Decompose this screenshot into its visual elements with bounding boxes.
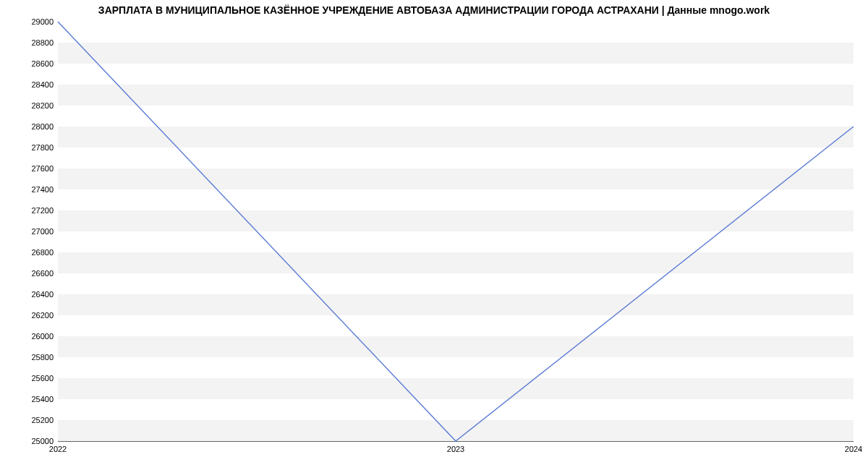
- y-tick-label: 25600: [31, 374, 54, 383]
- y-tick-label: 25200: [31, 416, 54, 424]
- y-tick-label: 26400: [31, 290, 54, 299]
- line-series: [58, 22, 854, 441]
- chart-title: ЗАРПЛАТА В МУНИЦИПАЛЬНОЕ КАЗЁННОЕ УЧРЕЖД…: [0, 0, 868, 16]
- y-tick-label: 26000: [31, 332, 54, 341]
- y-tick-label: 26600: [31, 269, 54, 278]
- y-tick-label: 28000: [31, 122, 54, 131]
- y-tick-label: 28600: [31, 59, 54, 68]
- y-tick-label: 26200: [31, 311, 54, 320]
- y-tick-label: 25800: [31, 353, 54, 362]
- y-tick-label: 27400: [31, 185, 54, 194]
- y-tick-label: 27200: [31, 206, 54, 215]
- y-tick-label: 28800: [31, 38, 54, 47]
- y-tick-label: 27000: [31, 227, 54, 236]
- y-tick-label: 27600: [31, 164, 54, 173]
- x-tick-label: 2023: [447, 445, 464, 453]
- y-tick-label: 28400: [31, 80, 54, 89]
- y-tick-label: 27800: [31, 143, 54, 152]
- x-tick-label: 2024: [845, 445, 862, 453]
- y-tick-label: 26800: [31, 248, 54, 257]
- x-tick-label: 2022: [49, 445, 67, 453]
- y-tick-label: 29000: [31, 17, 54, 26]
- y-tick-label: 25400: [31, 395, 54, 403]
- plot-area: [58, 22, 854, 442]
- y-tick-label: 28200: [31, 101, 54, 110]
